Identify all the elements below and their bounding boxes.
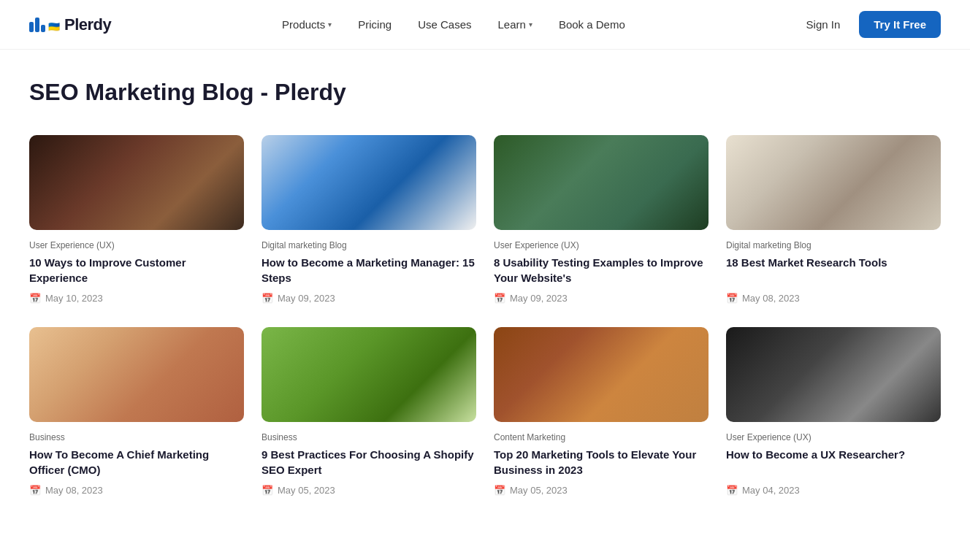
card-image <box>726 135 941 230</box>
card-category: Digital marketing Blog <box>726 240 941 250</box>
logo-text: Plerdy <box>64 15 111 34</box>
card-image-inner <box>726 135 941 230</box>
card-title: 18 Best Market Research Tools <box>726 255 941 285</box>
page-title: SEO Marketing Blog - Plerdy <box>29 79 941 106</box>
card-category: Business <box>29 432 244 442</box>
nav-book-demo[interactable]: Book a Demo <box>549 12 635 37</box>
card-category: User Experience (UX) <box>29 240 244 250</box>
calendar-icon: 📅 <box>29 485 41 496</box>
card-title: 9 Best Practices For Choosing A Shopify … <box>261 447 476 477</box>
blog-card[interactable]: Digital marketing Blog 18 Best Market Re… <box>726 135 941 304</box>
nav-learn[interactable]: Learn ▾ <box>488 12 543 37</box>
card-image-inner <box>726 327 941 422</box>
card-title: 8 Usability Testing Examples to Improve … <box>494 255 709 285</box>
logo-icon: 🇺🇦 <box>29 18 60 32</box>
calendar-icon: 📅 <box>29 293 41 304</box>
card-title: How To Become A Chief Marketing Officer … <box>29 447 244 477</box>
calendar-icon: 📅 <box>261 485 273 496</box>
card-image <box>29 135 244 230</box>
card-image <box>29 327 244 422</box>
nav-use-cases[interactable]: Use Cases <box>408 12 481 37</box>
card-date: 📅 May 08, 2023 <box>29 485 244 496</box>
card-date-text: May 08, 2023 <box>45 485 103 496</box>
card-category: User Experience (UX) <box>494 240 709 250</box>
card-image-inner <box>494 135 709 230</box>
card-date-text: May 05, 2023 <box>510 485 568 496</box>
blog-card[interactable]: Business 9 Best Practices For Choosing A… <box>261 327 476 496</box>
card-date: 📅 May 08, 2023 <box>726 293 941 304</box>
navbar: 🇺🇦 Plerdy Products ▾ Pricing Use Cases L… <box>0 0 970 50</box>
calendar-icon: 📅 <box>494 485 505 496</box>
card-date-text: May 04, 2023 <box>742 485 800 496</box>
card-date-text: May 10, 2023 <box>45 293 103 304</box>
calendar-icon: 📅 <box>261 293 273 304</box>
nav-actions: Sign In Try It Free <box>796 11 941 38</box>
chevron-down-icon: ▾ <box>529 20 532 28</box>
card-date: 📅 May 09, 2023 <box>261 293 476 304</box>
logo-link[interactable]: 🇺🇦 Plerdy <box>29 15 111 34</box>
card-image-inner <box>261 327 476 422</box>
card-date-text: May 09, 2023 <box>510 293 568 304</box>
blog-card[interactable]: Digital marketing Blog How to Become a M… <box>261 135 476 304</box>
card-date-text: May 09, 2023 <box>278 293 335 304</box>
card-image-inner <box>29 135 244 230</box>
card-date: 📅 May 09, 2023 <box>494 293 709 304</box>
card-title: Top 20 Marketing Tools to Elevate Your B… <box>494 447 709 477</box>
calendar-icon: 📅 <box>494 293 505 304</box>
card-date: 📅 May 10, 2023 <box>29 293 244 304</box>
card-category: Business <box>261 432 476 442</box>
card-image <box>494 327 709 422</box>
try-free-button[interactable]: Try It Free <box>859 11 941 38</box>
card-date-text: May 05, 2023 <box>278 485 335 496</box>
card-image <box>261 327 476 422</box>
blog-card[interactable]: Content Marketing Top 20 Marketing Tools… <box>494 327 709 496</box>
blog-card[interactable]: Business How To Become A Chief Marketing… <box>29 327 244 496</box>
card-category: User Experience (UX) <box>726 432 941 442</box>
card-image <box>261 135 476 230</box>
card-image-inner <box>29 327 244 422</box>
card-image-inner <box>494 327 709 422</box>
blog-card[interactable]: User Experience (UX) How to Become a UX … <box>726 327 941 496</box>
calendar-icon: 📅 <box>726 293 738 304</box>
card-date: 📅 May 05, 2023 <box>261 485 476 496</box>
nav-products[interactable]: Products ▾ <box>272 12 342 37</box>
nav-pricing[interactable]: Pricing <box>348 12 402 37</box>
chevron-down-icon: ▾ <box>328 20 332 28</box>
nav-links: Products ▾ Pricing Use Cases Learn ▾ Boo… <box>272 12 635 37</box>
card-image-inner <box>261 135 476 230</box>
card-date: 📅 May 05, 2023 <box>494 485 709 496</box>
card-title: 10 Ways to Improve Customer Experience <box>29 255 244 285</box>
card-title: How to Become a Marketing Manager: 15 St… <box>261 255 476 285</box>
blog-grid: User Experience (UX) 10 Ways to Improve … <box>29 135 941 496</box>
calendar-icon: 📅 <box>726 485 738 496</box>
card-category: Content Marketing <box>494 432 709 442</box>
blog-card[interactable]: User Experience (UX) 8 Usability Testing… <box>494 135 709 304</box>
card-date-text: May 08, 2023 <box>742 293 800 304</box>
blog-card[interactable]: User Experience (UX) 10 Ways to Improve … <box>29 135 244 304</box>
card-date: 📅 May 04, 2023 <box>726 485 941 496</box>
card-image <box>726 327 941 422</box>
page-content: SEO Marketing Blog - Plerdy User Experie… <box>0 50 970 540</box>
card-title: How to Become a UX Researcher? <box>726 447 941 477</box>
card-image <box>494 135 709 230</box>
signin-button[interactable]: Sign In <box>796 12 851 37</box>
card-category: Digital marketing Blog <box>261 240 476 250</box>
